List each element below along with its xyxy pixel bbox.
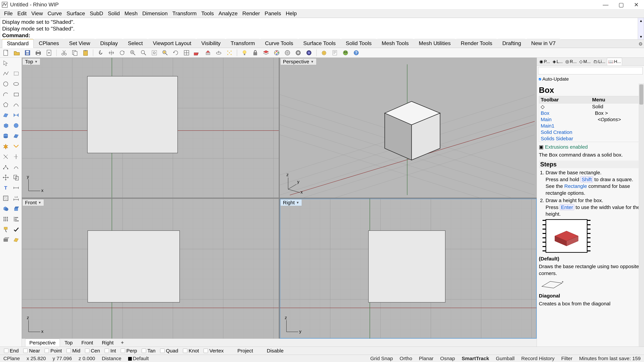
osnap-disable[interactable]: Disable	[261, 348, 284, 354]
auto-update-checkbox[interactable]	[539, 78, 541, 80]
named-views-icon[interactable]	[204, 49, 212, 57]
minimize-button[interactable]: ―	[603, 1, 608, 8]
help-content[interactable]: Box Toolbar Menu ◇ Solid Box Box > Main …	[537, 83, 644, 347]
menu-view[interactable]: View	[29, 10, 45, 17]
help-scrollbar[interactable]	[639, 83, 644, 347]
viewport-tab-right[interactable]: Right	[98, 339, 118, 347]
help-link-box[interactable]: Box	[541, 110, 550, 116]
viewport-tab-add[interactable]: ✦	[118, 339, 126, 347]
explode-icon[interactable]	[1, 142, 10, 151]
close-button[interactable]: ✕	[634, 1, 639, 8]
osnap-mid[interactable]: Mid	[66, 348, 80, 354]
curve-icon[interactable]	[12, 100, 21, 109]
help-icon[interactable]: ?	[352, 49, 360, 57]
viewport-top-label[interactable]: Top▼	[22, 58, 40, 65]
viewport-tab-top[interactable]: Top	[60, 339, 77, 347]
ellipse-icon[interactable]	[12, 79, 21, 88]
array-icon[interactable]	[1, 215, 10, 224]
panel-tab-properties[interactable]: ◉ P...	[538, 58, 551, 65]
viewport-right-label[interactable]: Right▼	[280, 199, 302, 206]
viewport-right[interactable]: Right▼ zy	[280, 199, 537, 339]
osnap-point[interactable]: Point	[44, 348, 62, 354]
surface-icon[interactable]	[1, 111, 10, 120]
panel-tab-libraries[interactable]: 🗀 Li...	[592, 58, 606, 65]
menu-analyze[interactable]: Analyze	[216, 10, 240, 17]
copy-icon[interactable]	[71, 49, 79, 57]
pointsoff-icon[interactable]	[12, 163, 21, 172]
mesh-plane-icon[interactable]	[12, 131, 21, 140]
viewport-perspective-label[interactable]: Perspective▼	[280, 58, 316, 65]
menu-subd[interactable]: SubD	[88, 10, 105, 17]
help-link-solidcreation[interactable]: Solid Creation	[541, 129, 572, 135]
viewport-perspective[interactable]: Perspective▼ zxy	[280, 58, 537, 198]
osnap-project[interactable]: Project	[232, 348, 253, 354]
status-gridsnap[interactable]: Grid Snap	[370, 356, 393, 361]
paste-icon[interactable]	[82, 49, 90, 57]
zoom-window-icon[interactable]	[140, 49, 148, 57]
document-properties-icon[interactable]	[45, 49, 53, 57]
render-color-icon[interactable]	[273, 49, 281, 57]
arc-icon[interactable]	[1, 90, 10, 99]
lasso-select-icon[interactable]	[12, 59, 21, 68]
command-area[interactable]: Display mode set to "Shaded". Display mo…	[0, 18, 644, 39]
toolbar-tab-cplanes[interactable]: CPlanes	[34, 39, 64, 48]
viewport-tab-perspective[interactable]: Perspective	[25, 339, 60, 347]
rectangle-icon[interactable]	[12, 90, 21, 99]
toolbar-tab-standard[interactable]: Standard	[2, 39, 34, 48]
status-planar[interactable]: Planar	[419, 356, 434, 361]
osnap-vertex[interactable]: Vertex	[204, 348, 224, 354]
rectangle-dashed-icon[interactable]	[12, 69, 21, 78]
zoom-selected-icon[interactable]	[161, 49, 169, 57]
zoom-in-icon[interactable]	[129, 49, 137, 57]
status-osnap[interactable]: Osnap	[440, 356, 455, 361]
toolbar-tab-select[interactable]: Select	[123, 39, 148, 48]
undo-icon[interactable]	[96, 49, 105, 57]
text-icon[interactable]: T	[1, 183, 10, 192]
open-icon[interactable]	[13, 49, 21, 57]
osnap-int[interactable]: Int	[105, 348, 116, 354]
render-final-icon[interactable]	[305, 49, 313, 57]
menu-file[interactable]: File	[2, 10, 15, 17]
viewport-tab-front[interactable]: Front	[77, 339, 97, 347]
paint-icon[interactable]	[1, 225, 10, 234]
light-icon[interactable]	[240, 49, 248, 57]
solid-sphere-icon[interactable]	[12, 121, 21, 130]
undo-view-icon[interactable]	[172, 49, 180, 57]
help-link-main1[interactable]: Main1	[541, 123, 554, 129]
toolbar-tab-drafting[interactable]: Drafting	[498, 39, 526, 48]
menu-solid[interactable]: Solid	[106, 10, 122, 17]
toolbar-tab-transform[interactable]: Transform	[226, 39, 260, 48]
split-icon[interactable]	[12, 152, 21, 161]
options-icon[interactable]	[320, 49, 328, 57]
move-icon[interactable]	[1, 173, 10, 182]
toolbar-tab-meshutilities[interactable]: Mesh Utilities	[414, 39, 456, 48]
arrow-select-icon[interactable]	[1, 59, 10, 68]
viewport-front[interactable]: Front▼ zx	[22, 199, 279, 339]
trim-icon[interactable]	[1, 152, 10, 161]
pointson-side-icon[interactable]	[1, 163, 10, 172]
polyline-icon[interactable]	[1, 69, 10, 78]
toolbar-tab-curvetools[interactable]: Curve Tools	[260, 39, 298, 48]
status-filter[interactable]: Filter	[561, 356, 572, 361]
panel-tab-layers[interactable]: ◈ L...	[552, 58, 564, 65]
rotate-view-icon[interactable]	[118, 49, 126, 57]
menu-transform[interactable]: Transform	[170, 10, 199, 17]
points-on-icon[interactable]	[226, 49, 234, 57]
boolean-icon[interactable]	[1, 204, 10, 213]
render-mesh-icon[interactable]	[284, 49, 292, 57]
menu-mesh[interactable]: Mesh	[122, 10, 140, 17]
grasshopper-icon[interactable]	[342, 49, 350, 57]
circle-icon[interactable]	[1, 79, 10, 88]
panel-tab-help[interactable]: 📖 H...	[607, 58, 622, 65]
osnap-quad[interactable]: Quad	[160, 348, 178, 354]
dim-linear-icon[interactable]: 1.0	[12, 194, 21, 203]
menu-help[interactable]: Help	[284, 10, 299, 17]
osnap-cen[interactable]: Cen	[85, 348, 100, 354]
check-icon[interactable]	[12, 225, 21, 234]
extrude-icon[interactable]	[12, 204, 21, 213]
new-icon[interactable]	[2, 49, 10, 57]
layers-icon[interactable]	[262, 49, 270, 57]
copy-side-icon[interactable]	[12, 173, 21, 182]
set-cplane-icon[interactable]	[193, 49, 201, 57]
menu-curve[interactable]: Curve	[46, 10, 64, 17]
